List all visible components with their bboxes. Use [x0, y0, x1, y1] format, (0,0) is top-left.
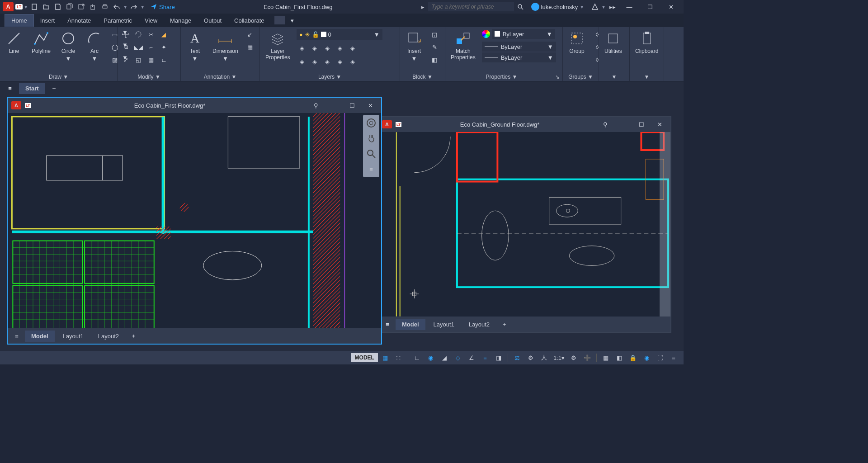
doc-canvas-1[interactable]: ≡ — [8, 113, 381, 328]
layer-isolate-icon[interactable]: ◈ — [322, 56, 333, 67]
isolate-icon[interactable]: ◉ — [640, 352, 653, 363]
doc-window-2[interactable]: A LT Eco Cabin_Ground Floor.dwg* ⚲ — ☐ ✕ — [377, 116, 671, 333]
model-space-button[interactable]: MODEL — [351, 353, 378, 362]
hardware-accel-icon[interactable]: ⛶ — [654, 352, 666, 363]
search-icon[interactable] — [515, 2, 526, 12]
tab-view[interactable]: View — [138, 14, 164, 27]
autodesk-app-icon[interactable] — [590, 2, 600, 12]
save-icon[interactable] — [52, 2, 63, 12]
panel-groups-label[interactable]: Groups ▼ — [566, 73, 596, 81]
panel-annotation-label[interactable]: Annotation ▼ — [184, 73, 257, 81]
app-dropdown[interactable]: ▼ — [601, 5, 606, 9]
new-icon[interactable] — [29, 2, 40, 12]
maximize-button[interactable]: ☐ — [640, 0, 660, 13]
undo-dropdown[interactable]: ▼ — [123, 5, 127, 9]
layer-off-icon[interactable]: ◈ — [297, 43, 307, 53]
doc-window-1[interactable]: A LT Eco Cabin_First Floor.dwg* ⚲ — ☐ ✕ — [7, 97, 382, 345]
open-icon[interactable] — [41, 2, 52, 12]
layout-tab-layout2[interactable]: Layout2 — [462, 319, 496, 330]
layer-iso-icon[interactable]: ◈ — [347, 43, 358, 53]
start-tab[interactable]: Start — [19, 83, 45, 94]
scale-value[interactable]: 1:1 ▾ — [552, 352, 566, 363]
redo-icon[interactable] — [128, 2, 139, 12]
minimize-button[interactable]: — — [619, 0, 639, 13]
open-web-icon[interactable] — [76, 2, 87, 12]
rotate-icon[interactable] — [133, 29, 144, 40]
tab-output[interactable]: Output — [198, 14, 228, 27]
layer-match-icon[interactable]: ◈ — [297, 56, 307, 67]
leader-icon[interactable]: ↙ — [245, 29, 255, 40]
circle-button[interactable]: Circle▼ — [57, 29, 80, 63]
text-button[interactable]: AText▼ — [184, 29, 206, 63]
viewcube-strip[interactable] — [660, 132, 670, 317]
line-button[interactable]: Line — [3, 29, 25, 55]
layout-tab-model[interactable]: Model — [396, 319, 425, 330]
workspace-switch-icon[interactable]: ⚙ — [567, 352, 580, 363]
utilities-button[interactable]: Utilities — [602, 29, 625, 55]
group-button[interactable]: Group — [566, 29, 588, 55]
pin-icon[interactable]: ⚲ — [309, 100, 323, 111]
layout-tab-layout1[interactable]: Layout1 — [57, 331, 90, 342]
layer-properties-button[interactable]: Layer Properties — [263, 29, 293, 62]
fillet-icon[interactable]: ⌐ — [146, 42, 156, 52]
maximize-icon[interactable]: ☐ — [345, 100, 359, 111]
panel-layers-label[interactable]: Layers ▼ — [263, 73, 397, 81]
print-icon[interactable] — [99, 2, 110, 12]
layer-freeze-icon[interactable]: ◈ — [309, 43, 320, 53]
annoscale-icon[interactable]: ⚖ — [511, 352, 524, 363]
trim-icon[interactable]: ✂ — [146, 29, 156, 40]
panel-modify-label[interactable]: Modify ▼ — [120, 73, 178, 81]
clipboard-button[interactable]: Clipboard — [632, 29, 661, 55]
lock-ui-icon[interactable]: 🔒 — [627, 352, 639, 363]
ortho-icon[interactable]: ∟ — [411, 352, 424, 363]
tab-annotate[interactable]: Annotate — [61, 14, 97, 27]
transparency-icon[interactable]: ◨ — [492, 352, 505, 363]
lineweight-selector[interactable]: ByLayer▼ — [482, 42, 556, 52]
layout-tab-model[interactable]: Model — [25, 331, 55, 342]
close-button[interactable]: ✕ — [661, 0, 681, 13]
osnap-icon[interactable]: ◇ — [452, 352, 464, 363]
new-tab-button[interactable]: ＋ — [48, 83, 61, 94]
color-selector[interactable]: ByLayer▼ — [492, 29, 555, 39]
mirror-icon[interactable]: ◣◢ — [133, 42, 144, 52]
tab-insert[interactable]: Insert — [34, 14, 61, 27]
layer-thaw-icon[interactable]: ◈ — [335, 56, 345, 67]
edit-block-icon[interactable]: ✎ — [429, 42, 440, 52]
layout-menu-icon[interactable]: ≡ — [381, 319, 394, 330]
units-icon[interactable]: ▦ — [599, 352, 612, 363]
explode-icon[interactable]: ✦ — [158, 42, 169, 52]
app-icon[interactable]: A — [3, 2, 14, 11]
full-nav-wheel-icon[interactable] — [365, 117, 377, 129]
quickprops-icon[interactable]: ◧ — [613, 352, 626, 363]
polyline-button[interactable]: Polyline — [29, 29, 53, 55]
close-icon[interactable]: ✕ — [652, 119, 667, 130]
arc-button[interactable]: Arc▼ — [83, 29, 106, 63]
nav-more-icon[interactable]: ≡ — [365, 163, 377, 175]
layer-selector[interactable]: ● ☀ 🔓 0 ▼ — [297, 29, 382, 40]
pan-icon[interactable] — [365, 132, 377, 145]
polar-icon[interactable]: ◉ — [425, 352, 437, 363]
table-icon[interactable]: ▦ — [245, 42, 255, 52]
layout-menu-icon[interactable]: ≡ — [10, 331, 23, 341]
layer-state-icon[interactable]: ◈ — [335, 43, 345, 53]
linetype-selector[interactable]: ByLayer▼ — [482, 52, 556, 62]
panel-properties-label[interactable]: Properties ▼ ↘ — [448, 73, 560, 81]
maximize-icon[interactable]: ☐ — [634, 119, 649, 130]
color-picker-icon[interactable] — [482, 30, 490, 38]
user-menu[interactable]: luke.cholmsky ▼ — [531, 3, 585, 11]
undo-icon[interactable] — [111, 2, 122, 12]
lineweight-icon[interactable]: ≡ — [479, 352, 491, 363]
panel-clipboard-label[interactable]: ▼ — [632, 73, 661, 81]
tab-manage[interactable]: Manage — [164, 14, 198, 27]
layout-tab-layout2[interactable]: Layout2 — [92, 331, 125, 342]
ribbon-options-icon[interactable]: ▾ — [287, 15, 298, 26]
zoom-icon[interactable] — [365, 147, 377, 160]
customize-status-icon[interactable]: ≡ — [667, 352, 680, 363]
annoauto-icon[interactable]: 人 — [538, 352, 551, 363]
redo-dropdown[interactable]: ▼ — [140, 5, 145, 9]
edit-attr-icon[interactable]: ◧ — [429, 54, 440, 65]
snap-icon[interactable]: ⸬ — [392, 352, 405, 363]
layer-unlock-icon[interactable]: ◈ — [347, 56, 358, 67]
share-button[interactable]: Share — [150, 3, 175, 10]
save-web-icon[interactable] — [88, 2, 99, 12]
